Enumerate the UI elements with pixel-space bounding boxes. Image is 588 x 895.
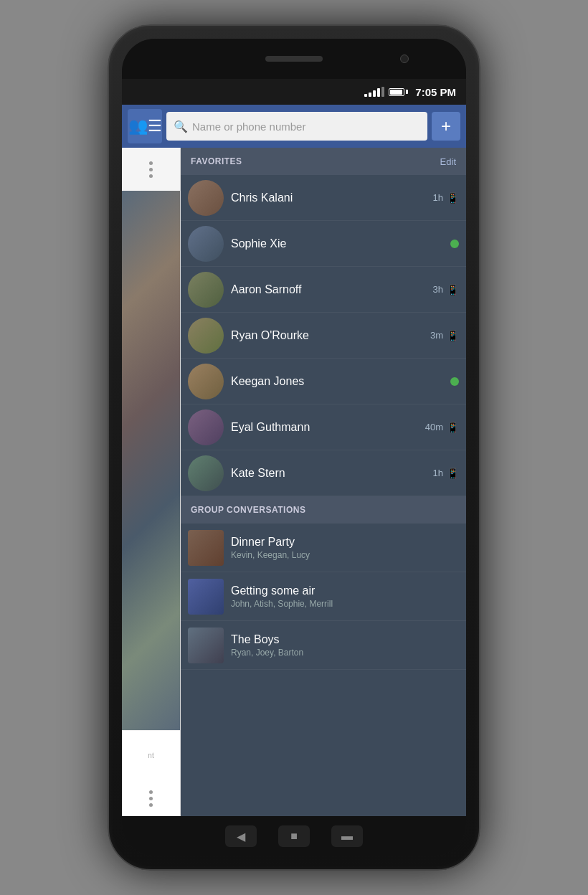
group-avatar (188, 628, 224, 663)
phone-icon: 📱 (447, 284, 459, 295)
phone-icon: 📱 (447, 330, 459, 341)
avatar (188, 364, 224, 399)
panel-chat-label: nt (148, 752, 153, 759)
contact-status: 1h 📱 (433, 192, 459, 204)
contact-info: The Boys Ryan, Joey, Barton (231, 633, 459, 658)
contact-status: 3m 📱 (430, 330, 459, 341)
group-row[interactable]: The Boys Ryan, Joey, Barton (181, 621, 466, 670)
contact-info: Getting some air John, Atish, Sophie, Me… (231, 584, 459, 609)
menu-icon: ▬ (341, 830, 353, 843)
plus-icon: + (441, 118, 451, 135)
contact-row[interactable]: Aaron Sarnoff 3h 📱 (181, 267, 466, 313)
group-avatar (188, 579, 224, 615)
contact-status: 1h 📱 (433, 468, 459, 479)
contact-status: 3h 📱 (433, 284, 459, 295)
camera (400, 55, 409, 63)
contact-time: 40m (425, 422, 443, 432)
contact-info: Kate Stern (231, 467, 426, 480)
contact-status: 40m 📱 (425, 422, 459, 433)
favorites-title: FAVORITES (191, 156, 242, 166)
groups-section-header: GROUP CONVERSATIONS (181, 496, 466, 524)
avatar (188, 318, 224, 354)
phone-screen: 7:05 PM 👥☰ 🔍 Name or phone number + (122, 39, 466, 856)
contact-name: Sophie Xie (231, 237, 443, 250)
contact-time: 3h (433, 284, 443, 295)
search-bar[interactable]: 🔍 Name or phone number (166, 112, 427, 141)
group-members: Kevin, Keegan, Lucy (231, 550, 459, 560)
search-input[interactable]: Name or phone number (192, 120, 305, 133)
contact-status (450, 377, 459, 386)
phone-icon: 📱 (447, 468, 459, 479)
search-icon: 🔍 (174, 120, 188, 133)
panel-photo (122, 191, 180, 730)
contact-row[interactable]: Ryan O'Rourke 3m 📱 (181, 313, 466, 359)
group-members: John, Atish, Sophie, Merrill (231, 599, 459, 609)
contact-info: Dinner Party Kevin, Keegan, Lucy (231, 536, 459, 560)
battery-icon (389, 88, 408, 96)
avatar (188, 226, 224, 262)
contacts-icon: 👥☰ (128, 117, 162, 136)
phone-bottom-bar: ◀ ■ ▬ (122, 816, 466, 856)
app-header: 👥☰ 🔍 Name or phone number + (122, 105, 466, 148)
phone-icon: 📱 (447, 192, 459, 204)
back-icon: ◀ (237, 830, 245, 843)
contacts-nav-button[interactable]: 👥☰ (128, 109, 162, 143)
menu-button[interactable]: ▬ (331, 825, 363, 847)
panel-photo-image (122, 191, 180, 730)
contact-name: Eyal Guthmann (231, 421, 418, 434)
group-row[interactable]: Getting some air John, Atish, Sophie, Me… (181, 572, 466, 621)
main-list: FAVORITES Edit Chris Kalani 1h 📱 (181, 148, 466, 816)
avatar (188, 180, 224, 216)
add-button[interactable]: + (432, 112, 460, 141)
group-members: Ryan, Joey, Barton (231, 648, 459, 658)
screen: 👥☰ 🔍 Name or phone number + (122, 105, 466, 816)
contact-name: Ryan O'Rourke (231, 329, 423, 342)
content-area: nt FAVORITES Edit (122, 148, 466, 816)
group-avatar (188, 530, 224, 566)
contact-time: 3m (430, 330, 443, 341)
home-button[interactable]: ■ (278, 825, 310, 847)
home-icon: ■ (290, 830, 298, 843)
contact-info: Aaron Sarnoff (231, 283, 426, 296)
contact-info: Sophie Xie (231, 237, 443, 250)
phone-icon: 📱 (447, 422, 459, 433)
contact-row[interactable]: Chris Kalani 1h 📱 (181, 175, 466, 221)
contact-info: Eyal Guthmann (231, 421, 418, 434)
contact-name: Aaron Sarnoff (231, 283, 426, 296)
panel-chat-preview[interactable]: nt (122, 730, 180, 780)
back-button[interactable]: ◀ (225, 825, 257, 847)
contact-info: Ryan O'Rourke (231, 329, 423, 342)
contact-info: Chris Kalani (231, 191, 426, 204)
status-time: 7:05 PM (415, 86, 456, 98)
group-name: Getting some air (231, 584, 459, 597)
contact-name: Kate Stern (231, 467, 426, 480)
contact-row[interactable]: Kate Stern 1h 📱 (181, 450, 466, 496)
online-indicator (450, 377, 459, 386)
contact-info: Keegan Jones (231, 375, 443, 388)
avatar (188, 272, 224, 308)
contact-time: 1h (433, 468, 443, 478)
status-bar: 7:05 PM (122, 79, 466, 105)
signal-icon (364, 87, 384, 97)
panel-dots-2[interactable] (122, 780, 180, 816)
avatar (188, 455, 224, 491)
contact-time: 1h (433, 192, 443, 203)
contact-row[interactable]: Sophie Xie (181, 221, 466, 267)
contact-status (450, 240, 459, 248)
phone-device: 7:05 PM 👥☰ 🔍 Name or phone number + (108, 24, 480, 871)
favorites-edit-button[interactable]: Edit (440, 156, 456, 167)
group-name: Dinner Party (231, 536, 459, 549)
phone-top-bar (122, 39, 466, 79)
favorites-section-header: FAVORITES Edit (181, 148, 466, 175)
group-name: The Boys (231, 633, 459, 646)
groups-title: GROUP CONVERSATIONS (191, 505, 305, 515)
contact-row[interactable]: Keegan Jones (181, 359, 466, 404)
avatar (188, 409, 224, 445)
left-panel: nt (122, 148, 181, 816)
online-indicator (450, 240, 459, 248)
contact-row[interactable]: Eyal Guthmann 40m 📱 (181, 404, 466, 450)
panel-menu-dots[interactable] (122, 148, 180, 191)
group-row[interactable]: Dinner Party Kevin, Keegan, Lucy (181, 524, 466, 572)
contact-name: Chris Kalani (231, 191, 426, 204)
speaker (265, 56, 323, 62)
